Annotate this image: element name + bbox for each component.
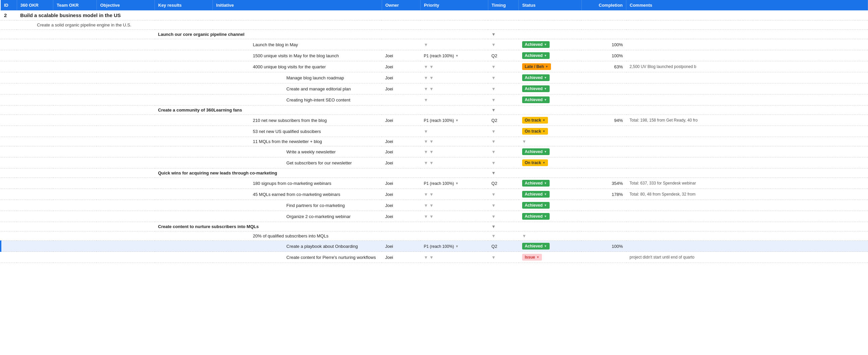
timing-empty-arrow[interactable]: ▼ bbox=[491, 129, 496, 134]
priority-empty-arrow[interactable]: ▼ bbox=[429, 160, 434, 165]
row-timing: Q2 bbox=[488, 178, 519, 189]
status-badge[interactable]: On track ▼ bbox=[522, 159, 548, 166]
row-timing: ▼ bbox=[488, 84, 519, 94]
priority-dropdown[interactable]: ▼ bbox=[424, 87, 428, 91]
status-empty-arrow[interactable]: ▼ bbox=[522, 233, 527, 238]
row-status: On track ▼ bbox=[519, 126, 582, 137]
timing-empty-arrow[interactable]: ▼ bbox=[491, 87, 496, 91]
status-empty-arrow[interactable]: ▼ bbox=[522, 139, 527, 144]
table-row: Create and manage editorial plan Joei ▼ … bbox=[1, 84, 868, 94]
priority-empty-arrow[interactable]: ▼ bbox=[429, 139, 434, 144]
priority-dropdown[interactable]: ▼ bbox=[424, 214, 428, 219]
priority-arrow[interactable]: ▼ bbox=[456, 119, 459, 122]
group-title: Build a scalable business model in the U… bbox=[17, 10, 868, 21]
status-dropdown-arrow[interactable]: ▼ bbox=[544, 215, 547, 218]
priority-empty-arrow[interactable]: ▼ bbox=[429, 75, 434, 80]
status-badge[interactable]: Achieved ▼ bbox=[522, 180, 550, 187]
section-dropdown-arrow[interactable]: ▼ bbox=[491, 224, 496, 229]
status-dropdown-arrow[interactable]: ▼ bbox=[544, 245, 547, 248]
section-dropdown-arrow[interactable]: ▼ bbox=[491, 170, 496, 175]
priority-dropdown[interactable]: ▼ bbox=[424, 203, 428, 208]
row-360okr bbox=[17, 241, 53, 252]
header-id: ID bbox=[1, 0, 17, 10]
timing-empty-arrow[interactable]: ▼ bbox=[491, 42, 496, 47]
row-completion: 178% bbox=[582, 189, 626, 200]
priority-empty-arrow[interactable]: ▼ bbox=[429, 192, 434, 197]
priority-empty-arrow[interactable]: ▼ bbox=[429, 87, 434, 91]
status-dropdown-arrow[interactable]: ▼ bbox=[542, 161, 545, 164]
status-dropdown-arrow[interactable]: ▼ bbox=[544, 182, 547, 185]
timing-empty-arrow[interactable]: ▼ bbox=[491, 160, 496, 165]
row-completion bbox=[582, 252, 626, 263]
status-badge[interactable]: On track ▼ bbox=[522, 128, 548, 135]
priority-empty-arrow[interactable]: ▼ bbox=[429, 203, 434, 208]
status-dropdown-arrow[interactable]: ▼ bbox=[544, 204, 547, 207]
section-dropdown-arrow[interactable]: ▼ bbox=[491, 107, 496, 112]
row-timing: ▼ bbox=[488, 157, 519, 168]
timing-empty-arrow[interactable]: ▼ bbox=[491, 255, 496, 260]
row-keyresults bbox=[155, 200, 213, 211]
row-id bbox=[1, 200, 17, 211]
priority-empty-arrow[interactable]: ▼ bbox=[424, 42, 428, 47]
row-360okr bbox=[17, 252, 53, 263]
status-dropdown-arrow[interactable]: ▼ bbox=[544, 150, 547, 153]
status-dropdown-arrow[interactable]: ▼ bbox=[544, 54, 547, 57]
status-badge[interactable]: Achieved ▼ bbox=[522, 213, 550, 220]
timing-empty-arrow[interactable]: ▼ bbox=[491, 203, 496, 208]
timing-empty-arrow[interactable]: ▼ bbox=[491, 233, 496, 238]
priority-empty-arrow[interactable]: ▼ bbox=[424, 97, 428, 102]
row-status: Achieved ▼ bbox=[519, 50, 582, 61]
timing-empty-arrow[interactable]: ▼ bbox=[491, 139, 496, 144]
row-priority bbox=[421, 231, 488, 241]
status-badge[interactable]: Achieved ▼ bbox=[522, 148, 550, 155]
priority-dropdown[interactable]: ▼ bbox=[424, 75, 428, 80]
status-dropdown-arrow[interactable]: ▼ bbox=[542, 119, 545, 122]
status-badge[interactable]: Achieved ▼ bbox=[522, 86, 550, 92]
timing-empty-arrow[interactable]: ▼ bbox=[491, 97, 496, 102]
row-initiative: Create a playbook about Onboarding bbox=[213, 241, 382, 252]
timing-empty-arrow[interactable]: ▼ bbox=[491, 75, 496, 80]
row-objective bbox=[96, 178, 155, 189]
status-dropdown-arrow[interactable]: ▼ bbox=[536, 256, 539, 259]
status-dropdown-arrow[interactable]: ▼ bbox=[542, 130, 545, 133]
timing-empty-arrow[interactable]: ▼ bbox=[491, 214, 496, 219]
priority-dropdown[interactable]: ▼ bbox=[424, 255, 428, 260]
priority-arrow[interactable]: ▼ bbox=[456, 245, 459, 248]
status-badge[interactable]: Achieved ▼ bbox=[522, 74, 550, 81]
status-badge[interactable]: Late / Beh ▼ bbox=[522, 63, 551, 70]
status-badge[interactable]: On track ▼ bbox=[522, 117, 548, 124]
status-badge[interactable]: Achieved ▼ bbox=[522, 191, 550, 198]
status-dropdown-arrow[interactable]: ▼ bbox=[544, 76, 547, 79]
status-badge[interactable]: Achieved ▼ bbox=[522, 202, 550, 208]
section-dropdown-arrow[interactable]: ▼ bbox=[491, 32, 496, 37]
status-dropdown-arrow[interactable]: ▼ bbox=[544, 87, 547, 90]
status-badge[interactable]: Achieved ▼ bbox=[522, 41, 550, 48]
timing-empty-arrow[interactable]: ▼ bbox=[491, 64, 496, 69]
status-dropdown-arrow[interactable]: ▼ bbox=[544, 98, 547, 101]
timing-empty-arrow[interactable]: ▼ bbox=[491, 149, 496, 154]
priority-dropdown[interactable]: ▼ bbox=[424, 139, 428, 144]
priority-dropdown[interactable]: ▼ bbox=[424, 149, 428, 154]
priority-dropdown[interactable]: ▼ bbox=[424, 160, 428, 165]
row-keyresults bbox=[155, 39, 213, 50]
priority-empty-arrow[interactable]: ▼ bbox=[424, 129, 428, 134]
status-dropdown-arrow[interactable]: ▼ bbox=[544, 43, 547, 46]
status-badge[interactable]: Achieved ▼ bbox=[522, 243, 550, 250]
table-row: Create a playbook about Onboarding Joei … bbox=[1, 241, 868, 252]
priority-arrow[interactable]: ▼ bbox=[456, 182, 459, 185]
priority-dropdown[interactable]: ▼ bbox=[424, 64, 428, 69]
priority-arrow[interactable]: ▼ bbox=[456, 54, 459, 58]
priority-empty-arrow[interactable]: ▼ bbox=[429, 255, 434, 260]
timing-empty-arrow[interactable]: ▼ bbox=[491, 192, 496, 197]
priority-empty-arrow[interactable]: ▼ bbox=[429, 64, 434, 69]
status-dropdown-arrow[interactable]: ▼ bbox=[545, 65, 548, 68]
priority-empty-arrow[interactable]: ▼ bbox=[429, 214, 434, 219]
status-dropdown-arrow[interactable]: ▼ bbox=[544, 193, 547, 196]
section-title: Create a community of 360Learning fans bbox=[155, 105, 488, 115]
priority-dropdown[interactable]: ▼ bbox=[424, 192, 428, 197]
priority-empty-arrow[interactable]: ▼ bbox=[429, 149, 434, 154]
status-badge[interactable]: Achieved ▼ bbox=[522, 96, 550, 103]
row-keyresults bbox=[155, 252, 213, 263]
status-badge[interactable]: Achieved ▼ bbox=[522, 52, 550, 59]
status-badge[interactable]: Issue ▼ bbox=[522, 254, 542, 261]
